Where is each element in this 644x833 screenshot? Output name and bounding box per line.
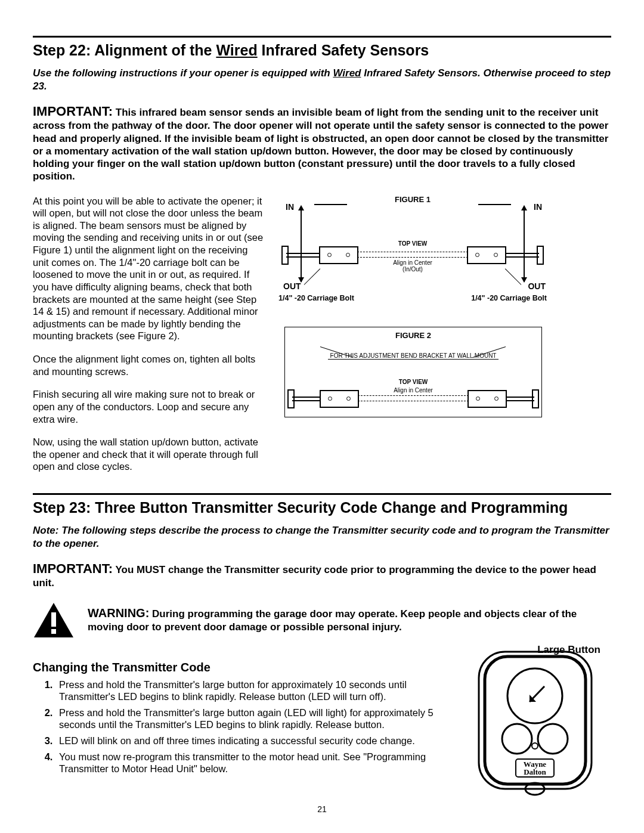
- list-item: LED will blink on and off three times in…: [55, 735, 454, 747]
- list-item: You must now re-program this transmitter…: [55, 751, 454, 775]
- figure-1: FIGURE 1 IN OUT IN OUT: [284, 195, 541, 317]
- svg-point-7: [538, 724, 568, 754]
- svg-rect-1: [51, 612, 56, 627]
- page-number: 21: [33, 804, 611, 815]
- step22-important: IMPORTANT: This infrared beam sensor sen…: [33, 103, 611, 183]
- warning-icon: [33, 602, 75, 639]
- changing-code-steps: Press and hold the Transmitter's large b…: [55, 679, 454, 775]
- svg-point-6: [502, 724, 532, 754]
- svg-text:Dalton: Dalton: [524, 767, 546, 776]
- figure-2: FIGURE 2 FOR THIS ADJUSTMENT BEND BRACKE…: [284, 327, 542, 417]
- step22-heading: Step 22: Alignment of the Wired Infrared…: [33, 41, 611, 60]
- list-item: Press and hold the Transmitter's large b…: [55, 679, 454, 703]
- changing-code-subheading: Changing the Transmitter Code: [33, 660, 454, 675]
- svg-point-8: [532, 743, 538, 749]
- step22-p1: At this point you will be able to activa…: [33, 195, 265, 343]
- step23-leader-note: Note: The following steps describe the p…: [33, 524, 611, 550]
- list-item: Press and hold the Transmitter's large b…: [55, 707, 454, 731]
- step22-p4: Now, using the wall station up/down butt…: [33, 436, 265, 473]
- step23-heading: Step 23: Three Button Transmitter Securi…: [33, 498, 611, 517]
- svg-rect-2: [51, 629, 56, 634]
- transmitter-illustration: Wayne Dalton: [474, 649, 596, 797]
- step23-important: IMPORTANT: You MUST change the Transmitt…: [33, 561, 611, 590]
- step23-warning: WARNING: During programming the garage d…: [88, 606, 611, 633]
- step22-leader-note: Use the following instructions if your o…: [33, 67, 611, 92]
- step22-p2: Once the alignment light comes on, tight…: [33, 353, 265, 377]
- step22-p3: Finish securing all wire making sure not…: [33, 388, 265, 425]
